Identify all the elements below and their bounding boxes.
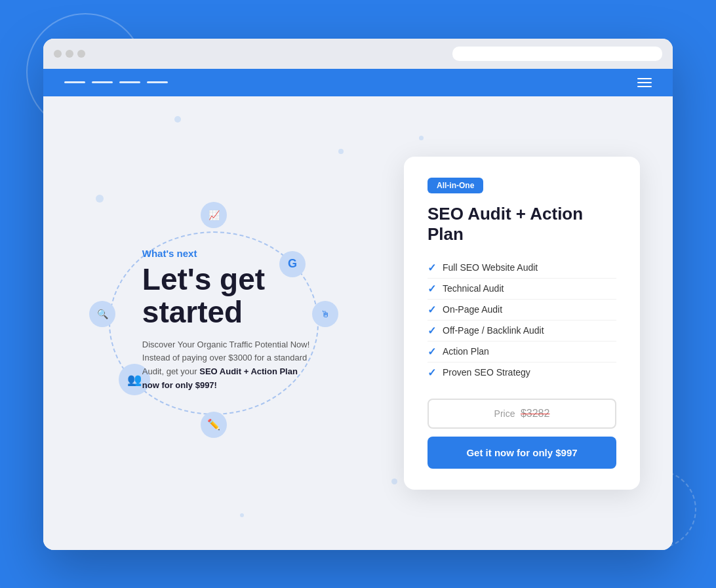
feature-item-3: ✓ On-Page Audit [428, 300, 616, 321]
nav-logo [64, 81, 168, 83]
original-price: $3282 [521, 408, 550, 419]
price-box: Price $3282 [428, 399, 616, 429]
price-label: Price [494, 408, 515, 419]
hamburger-line-2 [637, 82, 652, 83]
heading-line2: started [142, 295, 243, 329]
eyebrow-text: What's next [142, 247, 313, 258]
check-icon-6: ✓ [428, 366, 436, 379]
feature-label-3: On-Page Audit [443, 304, 502, 315]
feature-label-6: Proven SEO Strategy [443, 367, 530, 378]
check-icon-5: ✓ [428, 345, 436, 358]
browser-dots [54, 50, 85, 58]
pricing-card: All-in-One SEO Audit + Action Plan ✓ Ful… [404, 157, 640, 490]
browser-chrome [43, 39, 673, 69]
scatter-dot-5 [391, 479, 397, 484]
chart-orbit-icon: 📈 [201, 202, 227, 228]
hero-text-block: What's next Let's get started Discover Y… [142, 247, 313, 392]
feature-item-1: ✓ Full SEO Website Audit [428, 258, 616, 279]
nav-logo-line-2 [92, 81, 113, 83]
feature-item-6: ✓ Proven SEO Strategy [428, 363, 616, 383]
card-title: SEO Audit + Action Plan [428, 204, 616, 245]
scatter-dot-6 [419, 136, 424, 140]
feature-label-5: Action Plan [443, 346, 489, 357]
orbit-container: 📈 🖱 ✏️ 🔍 👥 G What's next Let's get start… [76, 186, 351, 461]
search-orbit-icon: 🔍 [89, 301, 115, 327]
nav-logo-line-4 [147, 81, 168, 83]
feature-list: ✓ Full SEO Website Audit ✓ Technical Aud… [428, 258, 616, 383]
browser-dot-red [54, 50, 62, 58]
check-icon-1: ✓ [428, 262, 436, 274]
navbar [43, 69, 673, 96]
browser-dot-green [77, 50, 85, 58]
feature-item-2: ✓ Technical Audit [428, 279, 616, 300]
cta-button[interactable]: Get it now for only $997 [428, 437, 616, 469]
card-badge: All-in-One [428, 178, 483, 193]
feature-label-4: Off-Page / Backlink Audit [443, 325, 544, 336]
nav-logo-line-3 [119, 81, 140, 83]
hero-heading: Let's get started [142, 262, 313, 328]
pen-orbit-icon: ✏️ [201, 412, 227, 438]
check-icon-2: ✓ [428, 283, 436, 295]
cursor-orbit-icon: 🖱 [312, 301, 338, 327]
check-icon-4: ✓ [428, 324, 436, 337]
cta-text-normal: Get it now for only [466, 447, 555, 458]
browser-window: 📈 🖱 ✏️ 🔍 👥 G What's next Let's get start… [43, 39, 673, 550]
heading-line1: Let's get [142, 262, 265, 296]
feature-label-1: Full SEO Website Audit [443, 262, 538, 273]
scatter-dot-4 [240, 513, 244, 517]
browser-dot-yellow [66, 50, 73, 58]
check-icon-3: ✓ [428, 304, 436, 316]
feature-item-5: ✓ Action Plan [428, 342, 616, 363]
main-content: 📈 🖱 ✏️ 🔍 👥 G What's next Let's get start… [43, 96, 673, 550]
left-section: 📈 🖱 ✏️ 🔍 👥 G What's next Let's get start… [76, 186, 378, 461]
address-bar[interactable] [452, 47, 662, 61]
hamburger-menu[interactable] [637, 78, 652, 87]
scatter-dot-2 [338, 149, 344, 154]
cta-price: $997 [555, 447, 577, 458]
feature-item-4: ✓ Off-Page / Backlink Audit [428, 321, 616, 342]
scatter-dot-1 [174, 116, 181, 123]
hero-body-bold: SEO Audit + Action Plan now for only $99… [142, 366, 298, 390]
hero-body: Discover Your Organic Traffic Potential … [142, 338, 313, 393]
hamburger-line-1 [637, 78, 652, 79]
nav-logo-line-1 [64, 81, 85, 83]
hamburger-line-3 [637, 86, 652, 87]
feature-label-2: Technical Audit [443, 283, 504, 294]
